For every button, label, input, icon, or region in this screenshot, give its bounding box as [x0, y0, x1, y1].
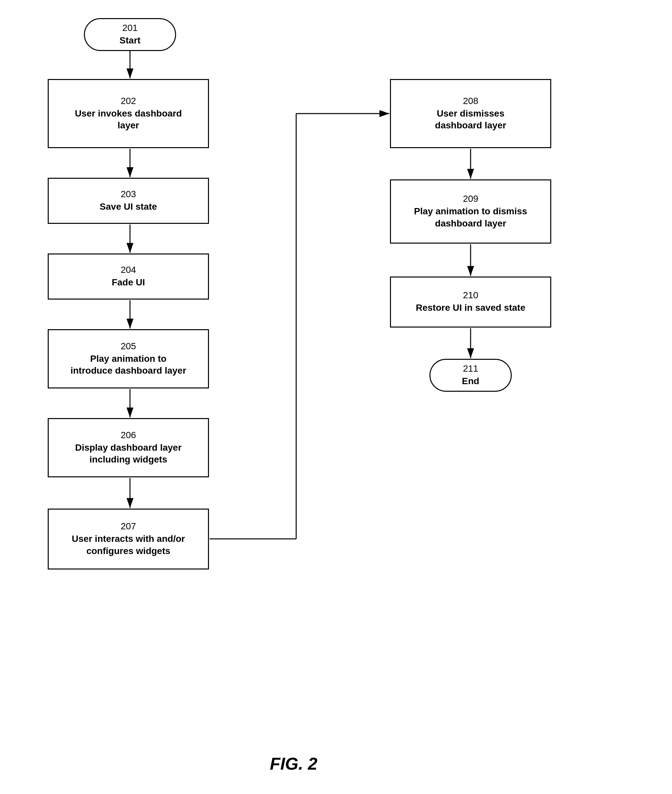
node-209-label: Play animation to dismissdashboard layer [414, 205, 527, 229]
node-209: 209 Play animation to dismissdashboard l… [390, 179, 551, 243]
node-208-num: 208 [463, 96, 478, 106]
node-211-label: End [462, 375, 480, 387]
figure-label: FIG. 2 [270, 754, 317, 773]
node-206-num: 206 [121, 430, 136, 440]
node-211: 211 End [429, 359, 512, 392]
node-202: 202 User invokes dashboardlayer [48, 79, 209, 148]
node-206-label: Display dashboard layerincluding widgets [75, 442, 182, 466]
node-210: 210 Restore UI in saved state [390, 277, 551, 328]
node-209-num: 209 [463, 194, 478, 204]
node-207-label: User interacts with and/orconfigures wid… [72, 533, 185, 557]
node-207: 207 User interacts with and/orconfigures… [48, 509, 209, 570]
node-201: 201 Start [84, 18, 176, 51]
node-202-label: User invokes dashboardlayer [75, 108, 182, 132]
node-211-num: 211 [463, 363, 478, 374]
node-205: 205 Play animation tointroduce dashboard… [48, 329, 209, 389]
node-207-num: 207 [121, 521, 136, 531]
node-203: 203 Save UI state [48, 178, 209, 224]
node-210-num: 210 [463, 290, 478, 301]
node-208: 208 User dismissesdashboard layer [390, 79, 551, 148]
node-201-num: 201 [122, 23, 138, 33]
diagram: 201 Start 202 User invokes dashboardlaye… [0, 0, 672, 794]
node-204: 204 Fade UI [48, 253, 209, 299]
node-201-label: Start [120, 35, 141, 46]
node-206: 206 Display dashboard layerincluding wid… [48, 418, 209, 477]
node-210-label: Restore UI in saved state [416, 302, 525, 314]
node-205-num: 205 [121, 341, 136, 352]
node-204-label: Fade UI [112, 277, 145, 288]
node-204-num: 204 [121, 265, 136, 275]
node-202-num: 202 [121, 96, 136, 106]
node-208-label: User dismissesdashboard layer [435, 108, 506, 132]
node-203-label: Save UI state [100, 201, 157, 213]
node-203-num: 203 [121, 189, 136, 200]
node-205-label: Play animation tointroduce dashboard lay… [70, 353, 186, 377]
